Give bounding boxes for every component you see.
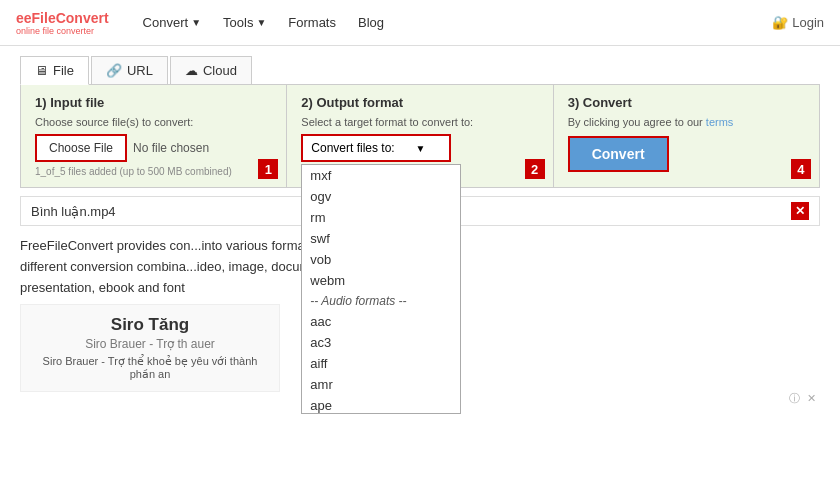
list-item[interactable]: ac3 — [302, 332, 460, 353]
tab-cloud[interactable]: ☁ Cloud — [170, 56, 252, 85]
file-remove-button[interactable]: ✕ — [791, 202, 809, 220]
url-tab-icon: 🔗 — [106, 63, 122, 78]
list-item[interactable]: rm — [302, 207, 460, 228]
list-item[interactable]: webm — [302, 270, 460, 291]
ad-close-icon[interactable]: ✕ — [807, 392, 816, 404]
nav-convert-label: Convert — [143, 15, 189, 30]
card-body-text: Siro Brauer - Trợ thể khoẻ bẹ yêu với th… — [37, 355, 263, 381]
nav-tools-label: Tools — [223, 15, 253, 30]
body-text-ellipsis2: ... — [186, 259, 197, 274]
card-subtitle: Siro Brauer - Trợ th — [85, 337, 187, 351]
dropdown-list[interactable]: mxf ogv rm swf vob webm -- Audio formats… — [301, 164, 461, 414]
card-section: Siro Tăng Siro Brauer - Trợ th auer Siro… — [20, 304, 280, 392]
step-1-badge: 1 — [258, 159, 278, 179]
convert-select-label: Convert files to: — [311, 141, 394, 155]
list-item[interactable]: swf — [302, 228, 460, 249]
ad-icon: ⓘ — [789, 392, 800, 404]
nav-items: Convert ▼ Tools ▼ Formats Blog — [133, 11, 773, 34]
list-header-audio: -- Audio formats -- — [302, 291, 460, 311]
no-file-text: No file chosen — [133, 141, 209, 155]
nav-blog-label: Blog — [358, 15, 384, 30]
list-item[interactable]: aiff — [302, 353, 460, 374]
step-2-title: 2) Output format — [301, 95, 538, 110]
file-item-name: Bình luận.mp4 — [31, 204, 116, 219]
step-2-sub: Select a target format to convert to: — [301, 116, 538, 128]
terms-link[interactable]: terms — [706, 116, 734, 128]
nav-convert[interactable]: Convert ▼ — [133, 11, 211, 34]
cloud-tab-icon: ☁ — [185, 63, 198, 78]
card-title: Siro Tăng — [37, 315, 263, 335]
nav-tools-arrow: ▼ — [256, 17, 266, 28]
brand-bottom: online file converter — [16, 26, 109, 36]
step-3-title: 3) Convert — [568, 95, 805, 110]
steps-container: 1 1) Input file Choose source file(s) to… — [20, 84, 820, 188]
file-tab-label: File — [53, 63, 74, 78]
step-1-sub: Choose source file(s) to convert: — [35, 116, 272, 128]
step-2: 2 2) Output format Select a target forma… — [287, 85, 553, 187]
convert-button[interactable]: Convert — [568, 136, 669, 172]
file-tab-icon: 🖥 — [35, 63, 48, 78]
dropdown-wrapper: Convert files to: ▼ mxf ogv rm swf vob w… — [301, 134, 451, 162]
brand-top: eeFileConvert — [16, 10, 109, 26]
main-content: 🖥 File 🔗 URL ☁ Cloud 1 1) Input file Cho… — [0, 46, 840, 402]
nav-blog[interactable]: Blog — [348, 11, 394, 34]
ad-area: ⓘ ✕ — [789, 391, 816, 406]
nav-login[interactable]: 🔐 Login — [772, 15, 824, 30]
convert-format-select[interactable]: Convert files to: ▼ — [301, 134, 451, 162]
nav-tools[interactable]: Tools ▼ — [213, 11, 276, 34]
brand: eeFileConvert online file converter — [16, 10, 109, 36]
nav-formats-label: Formats — [288, 15, 336, 30]
list-item[interactable]: aac — [302, 311, 460, 332]
file-row: Choose File No file chosen — [35, 134, 272, 162]
nav-formats[interactable]: Formats — [278, 11, 346, 34]
list-item[interactable]: ape — [302, 395, 460, 414]
card-subtitle-row: Siro Brauer - Trợ th auer — [37, 337, 263, 351]
cloud-tab-label: Cloud — [203, 63, 237, 78]
list-item[interactable]: amr — [302, 374, 460, 395]
tab-file[interactable]: 🖥 File — [20, 56, 89, 85]
card-subtitle-extra: auer — [191, 337, 215, 351]
step-1-title: 1) Input file — [35, 95, 272, 110]
step-3: 4 3) Convert By clicking you agree to ou… — [554, 85, 819, 187]
login-label: Login — [792, 15, 824, 30]
step-2-badge: 2 — [525, 159, 545, 179]
list-item[interactable]: mxf — [302, 165, 460, 186]
terms-text: By clicking you agree to our terms — [568, 116, 805, 128]
nav-convert-arrow: ▼ — [191, 17, 201, 28]
tab-url[interactable]: 🔗 URL — [91, 56, 168, 85]
dropdown-arrow-icon: ▼ — [415, 143, 425, 154]
list-item[interactable]: vob — [302, 249, 460, 270]
list-item[interactable]: ogv — [302, 186, 460, 207]
choose-file-button[interactable]: Choose File — [35, 134, 127, 162]
step-3-badge: 4 — [791, 159, 811, 179]
login-icon: 🔐 — [772, 15, 788, 30]
navbar: eeFileConvert online file converter Conv… — [0, 0, 840, 46]
step-1: 1 1) Input file Choose source file(s) to… — [21, 85, 287, 187]
body-text-ellipsis: ... — [191, 238, 202, 253]
url-tab-label: URL — [127, 63, 153, 78]
tabs: 🖥 File 🔗 URL ☁ Cloud — [20, 56, 820, 85]
file-limit: 1_of_5 files added (up to 500 MB combine… — [35, 166, 272, 177]
